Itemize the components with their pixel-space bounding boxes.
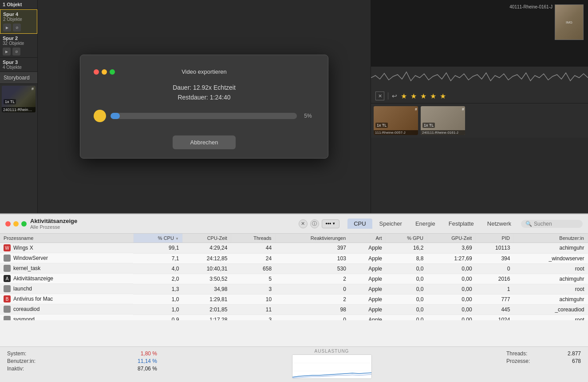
am-close-dot[interactable] xyxy=(5,221,11,227)
undo-button[interactable]: ↩ xyxy=(392,92,397,99)
maximize-dot[interactable] xyxy=(110,69,115,75)
reject-button[interactable]: ✕ xyxy=(375,92,384,100)
proc-react: 98 xyxy=(275,304,350,314)
am-minimize-dot[interactable] xyxy=(13,221,19,227)
col-pid[interactable]: PID xyxy=(476,234,514,243)
proc-art: Apple xyxy=(350,274,386,284)
minimize-dot[interactable] xyxy=(102,69,107,75)
proc-name-text: kernel_task xyxy=(13,265,40,271)
proc-cpu: 7,1 xyxy=(133,253,182,263)
table-row[interactable]: launchd 1,3 34,98 3 0 Apple 0,0 0,00 1 r… xyxy=(0,284,588,294)
am-traffic-lights xyxy=(5,221,27,227)
star-5[interactable]: ★ xyxy=(440,92,446,100)
col-gpu[interactable]: % GPU xyxy=(386,234,427,243)
tab-memory[interactable]: Speicher xyxy=(373,219,408,229)
table-row[interactable]: sysmond 0,9 1:17,28 3 0 Apple 0,0 0,00 1… xyxy=(0,314,588,320)
proc-cpu: 4,0 xyxy=(133,263,182,274)
am-close-btn[interactable]: ✕ xyxy=(299,219,308,228)
track4-controls: ▶ ⊘ xyxy=(3,24,34,32)
am-info-btn[interactable]: ⓘ xyxy=(310,219,319,228)
track-spur2[interactable]: Spur 2 32 Objekte ▶ ⊘ xyxy=(0,34,37,58)
thumb-card-2[interactable]: # 1x TL 240111-Rheine-0161-J xyxy=(421,106,465,135)
tab-disk[interactable]: Festplatte xyxy=(442,219,480,229)
inactive-label: Inaktiv: xyxy=(7,366,24,372)
star-4[interactable]: ★ xyxy=(430,92,436,100)
table-row[interactable]: coreaudiod 1,0 2:01,85 11 98 Apple 0,0 0… xyxy=(0,304,588,314)
search-input[interactable] xyxy=(534,221,578,227)
col-threads[interactable]: Threads xyxy=(231,234,275,243)
am-stats-right: Threads: 2.877 Prozesse: 678 xyxy=(499,347,588,382)
dialog-traffic-lights xyxy=(94,69,115,75)
am-tabs: CPU Speicher Energie Festplatte Netzwerk xyxy=(347,219,517,229)
proc-threads: 24 xyxy=(231,253,275,263)
proc-cpu-time: 1:29,81 xyxy=(182,294,231,304)
proc-name: kernel_task xyxy=(0,263,133,274)
proc-pid: 2016 xyxy=(476,274,514,284)
proc-pid: 1 xyxy=(476,284,514,294)
proc-threads: 10 xyxy=(231,294,275,304)
table-row[interactable]: WindowServer 7,1 24:12,85 24 103 Apple 8… xyxy=(0,253,588,263)
proc-cpu: 1,3 xyxy=(133,284,182,294)
proc-gpu-time: 0,00 xyxy=(427,294,475,304)
proc-cpu-time: 3:50,52 xyxy=(182,274,231,284)
thumb1-tag: # xyxy=(415,107,417,111)
col-user[interactable]: Benutzer:in xyxy=(513,234,588,243)
inactive-val: 87,06 % xyxy=(138,366,157,372)
proc-cpu-time: 10:40,31 xyxy=(182,263,231,274)
track-1-objekt[interactable]: 1 Objekt xyxy=(0,0,37,9)
am-controls: ✕ ⓘ ••• ▼ xyxy=(299,219,340,228)
rating-bar: ✕ ↩ ★ ★ ★ ★ ★ xyxy=(371,89,588,103)
proc-name: BAntivirus for Mac xyxy=(0,294,133,304)
col-cpu-time[interactable]: CPU-Zeit xyxy=(182,234,231,243)
cancel-button[interactable]: Abbrechen xyxy=(173,135,236,149)
proc-pid: 0 xyxy=(476,263,514,274)
track-spur3[interactable]: Spur 3 4 Objekte xyxy=(0,58,37,72)
col-gpu-time[interactable]: GPU-Zeit xyxy=(427,234,475,243)
proc-art: Apple xyxy=(350,284,386,294)
star-2[interactable]: ★ xyxy=(410,92,417,100)
export-info: Dauer: 12.92x Echtzeit Restdauer: 1:24:4… xyxy=(94,84,315,101)
close-dot[interactable] xyxy=(94,69,99,75)
col-cpu[interactable]: % CPU ▼ xyxy=(133,234,182,243)
track-spur4[interactable]: Spur 4 2 Objekte ▶ ⊘ xyxy=(0,9,37,34)
track4-play-btn[interactable]: ▶ xyxy=(3,24,11,32)
col-art[interactable]: Art xyxy=(350,234,386,243)
am-more-btn[interactable]: ••• ▼ xyxy=(322,219,340,228)
svg-rect-0 xyxy=(371,67,588,89)
track2-play-btn[interactable]: ▶ xyxy=(3,48,11,56)
proc-name: AAktivitätsanzeige xyxy=(0,274,133,284)
proc-cpu: 1,0 xyxy=(133,294,182,304)
track4-mute-btn[interactable]: ⊘ xyxy=(13,24,21,32)
col-reactivations[interactable]: Reaktivierungen xyxy=(275,234,350,243)
proc-art: Apple xyxy=(350,314,386,320)
proc-icon xyxy=(4,285,11,292)
export-area: Video exportieren Dauer: 12.92x Echtzeit… xyxy=(38,0,371,213)
proc-gpu: 0,0 xyxy=(386,284,427,294)
am-title-section: Aktivitätsanzeige Alle Prozesse xyxy=(30,218,295,230)
table-row[interactable]: BAntivirus for Mac 1,0 1:29,81 10 2 Appl… xyxy=(0,294,588,304)
star-1[interactable]: ★ xyxy=(401,92,407,100)
tab-energy[interactable]: Energie xyxy=(409,219,442,229)
proc-art: Apple xyxy=(350,263,386,274)
proc-gpu-time: 0,00 xyxy=(427,263,475,274)
proc-art: Apple xyxy=(350,294,386,304)
col-prozessname[interactable]: Prozessname xyxy=(0,234,133,243)
am-search[interactable]: 🔍 xyxy=(521,220,583,228)
table-row[interactable]: kernel_task 4,0 10:40,31 658 530 Apple 0… xyxy=(0,263,588,274)
table-row[interactable]: WWings X 99,1 4:29,24 44 397 Apple 16,2 … xyxy=(0,243,588,254)
track2-mute-btn[interactable]: ⊘ xyxy=(12,48,20,56)
am-stats-left: System: 1,80 % Benutzer:in: 11,14 % Inak… xyxy=(0,347,164,382)
export-duration: Dauer: 12.92x Echtzeit xyxy=(94,84,315,91)
search-icon: 🔍 xyxy=(525,221,532,227)
star-3[interactable]: ★ xyxy=(420,92,426,100)
thumb-card-1[interactable]: # 1x TL 111-Rheine-0057-J xyxy=(374,106,418,135)
proc-cpu: 0,9 xyxy=(133,314,182,320)
am-maximize-dot[interactable] xyxy=(21,221,27,227)
progress-container: 5% xyxy=(94,110,315,122)
proc-name: WindowServer xyxy=(0,253,133,263)
table-row[interactable]: AAktivitätsanzeige 2,0 3:50,52 5 2 Apple… xyxy=(0,274,588,284)
tab-network[interactable]: Netzwerk xyxy=(481,219,517,229)
proc-gpu: 8,8 xyxy=(386,253,427,263)
tab-cpu[interactable]: CPU xyxy=(347,219,372,229)
storyboard-thumb[interactable]: # 1x TL 240111-Rheine-0009-J xyxy=(2,86,36,112)
